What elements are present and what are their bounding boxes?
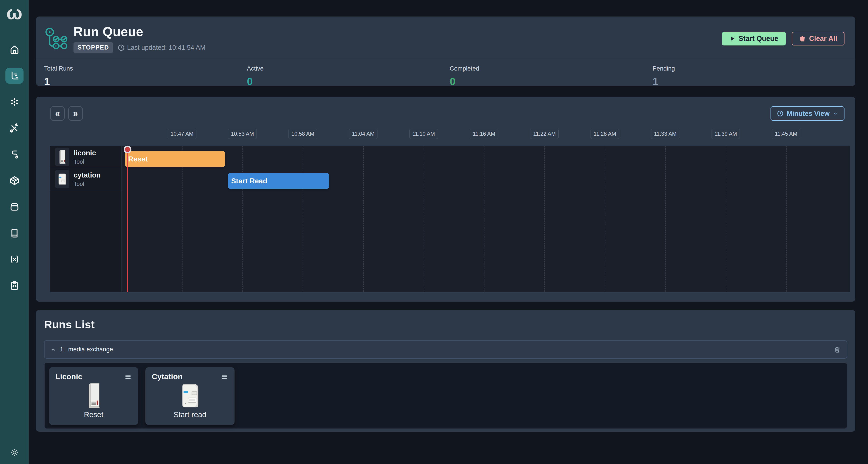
- clipboard-code-icon: [9, 280, 20, 291]
- app-logo: ω: [6, 3, 22, 22]
- minutes-view-dropdown[interactable]: Minutes View: [771, 106, 845, 121]
- sidebar-item-run-queue[interactable]: [5, 68, 24, 84]
- gridline: [243, 146, 243, 292]
- clock-icon: [777, 110, 784, 117]
- gridline: [786, 146, 786, 292]
- sidebar-item-settings[interactable]: [5, 94, 24, 110]
- chevron-up-icon[interactable]: [51, 347, 56, 352]
- workflow-status-icon: [44, 27, 68, 51]
- time-tick-label: 10:53 AM: [228, 129, 257, 139]
- time-tick-label: 11:39 AM: [712, 129, 740, 139]
- theme-toggle-button[interactable]: [10, 448, 19, 458]
- clock-icon: [118, 44, 125, 51]
- play-icon: [730, 36, 736, 41]
- liconic-device-thumbnail: [55, 148, 69, 166]
- sidebar-item-protocols[interactable]: [5, 278, 24, 293]
- gantt-bar-reset[interactable]: Reset: [125, 151, 225, 167]
- sidebar-item-packages[interactable]: [5, 173, 24, 189]
- page-title: Run Queue: [73, 24, 206, 39]
- sidebar-nav: [5, 41, 24, 293]
- run-steps-container: Liconic: [44, 362, 847, 429]
- timeline-prev-button[interactable]: «: [50, 106, 65, 121]
- clear-all-button[interactable]: Clear All: [792, 32, 844, 45]
- gantt-row-cytation: cytation Tool: [50, 168, 121, 190]
- tools-icon: [9, 123, 20, 133]
- gridline: [363, 146, 364, 292]
- stat-pending: Pending 1: [652, 65, 855, 88]
- last-updated: Last updated: 10:41:54 AM: [118, 44, 206, 51]
- time-tick-label: 11:04 AM: [349, 129, 377, 139]
- gridline: [303, 146, 303, 292]
- variables-icon: [9, 254, 20, 265]
- gridline: [665, 146, 666, 292]
- gridline: [545, 146, 545, 292]
- sidebar-item-storage[interactable]: [5, 199, 24, 215]
- gantt-chart: 10:47 AM10:53 AM10:58 AM11:04 AM11:10 AM…: [50, 127, 850, 292]
- gridline: [424, 146, 424, 292]
- device-card-cytation[interactable]: Cytation: [146, 367, 235, 425]
- drawer-icon: [9, 202, 20, 212]
- cytation-device-thumbnail: [55, 170, 69, 188]
- time-tick-label: 11:28 AM: [591, 129, 619, 139]
- run-row-media-exchange[interactable]: 1. media exchange: [44, 340, 847, 359]
- card-action-label: Start read: [152, 410, 228, 420]
- chevron-down-icon: [833, 111, 838, 116]
- gridline: [182, 146, 183, 292]
- sidebar-item-routes[interactable]: [5, 147, 24, 162]
- current-time-line: [127, 146, 128, 292]
- timeline-panel: « » Minutes View 10:47 AM10:53 AM10:58 A…: [36, 97, 855, 302]
- time-tick-label: 11:33 AM: [651, 129, 680, 139]
- hamburger-menu-icon: [124, 373, 132, 380]
- main-content: Run Queue STOPPED Last updated: 10:41:54…: [29, 0, 868, 464]
- sidebar: ω: [0, 0, 29, 464]
- gantt-resource-column: liconic Tool: [50, 146, 122, 292]
- start-queue-button[interactable]: Start Queue: [722, 32, 786, 45]
- cytation-device-image: [152, 381, 228, 410]
- sidebar-item-home[interactable]: [5, 41, 24, 57]
- time-tick-label: 11:10 AM: [409, 129, 438, 139]
- card-menu-button[interactable]: [220, 373, 228, 380]
- gantt-canvas: Reset Start Read: [122, 146, 850, 292]
- run-queue-header-panel: Run Queue STOPPED Last updated: 10:41:54…: [36, 17, 855, 86]
- hamburger-menu-icon: [220, 373, 228, 380]
- gantt-bar-start-read[interactable]: Start Read: [228, 173, 329, 189]
- sun-icon: [10, 448, 19, 457]
- runs-list-title: Runs List: [44, 318, 851, 331]
- runs-list-panel: Runs List 1. media exchange Liconic: [36, 310, 855, 432]
- delete-run-button[interactable]: [834, 346, 841, 353]
- home-icon: [9, 44, 20, 55]
- time-tick-label: 11:22 AM: [530, 129, 559, 139]
- route-icon: [9, 149, 20, 160]
- time-tick-label: 11:16 AM: [470, 129, 498, 139]
- status-badge: STOPPED: [73, 42, 113, 53]
- notebook-icon: [9, 228, 20, 238]
- trash-icon: [834, 346, 841, 353]
- gridline: [605, 146, 605, 292]
- trash-icon: [799, 35, 806, 42]
- gantt-axis: 10:47 AM10:53 AM10:58 AM11:04 AM11:10 AM…: [122, 127, 850, 143]
- run-queue-gantt-icon: [9, 70, 20, 81]
- dots-circle-icon: [9, 97, 20, 107]
- card-action-label: Reset: [55, 410, 132, 420]
- stat-active: Active 0: [247, 65, 450, 88]
- package-icon: [9, 176, 20, 186]
- time-tick-label: 11:45 AM: [772, 129, 800, 139]
- stats-row: Total Runs 1 Active 0 Completed 0 Pendin…: [36, 59, 855, 88]
- gridline: [726, 146, 726, 292]
- sidebar-item-variables[interactable]: [5, 251, 24, 267]
- sidebar-item-notebook[interactable]: [5, 225, 24, 241]
- time-tick-label: 10:58 AM: [288, 129, 317, 139]
- card-menu-button[interactable]: [124, 373, 132, 380]
- gantt-row-liconic: liconic Tool: [50, 146, 121, 168]
- stat-total-runs: Total Runs 1: [44, 65, 247, 88]
- timeline-next-button[interactable]: »: [68, 106, 83, 121]
- device-card-liconic[interactable]: Liconic: [49, 367, 138, 425]
- gridline: [484, 146, 485, 292]
- stat-completed: Completed 0: [450, 65, 653, 88]
- liconic-device-image: [55, 381, 132, 410]
- sidebar-item-tools[interactable]: [5, 120, 24, 136]
- time-tick-label: 10:47 AM: [167, 129, 196, 139]
